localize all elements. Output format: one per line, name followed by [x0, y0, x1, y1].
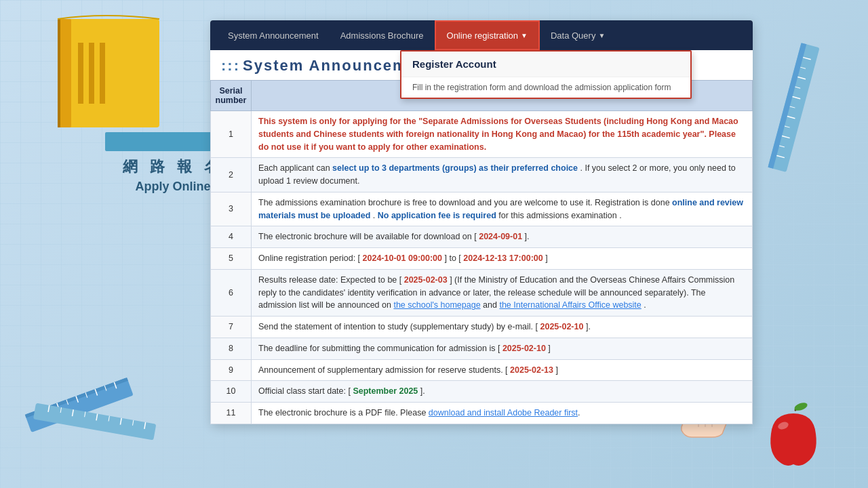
table-cell-content: The deadline for submitting the communic… — [252, 338, 753, 359]
online-registration-dropdown: Register Account Fill in the registratio… — [400, 50, 692, 99]
table-cell-serial: 4 — [211, 226, 252, 248]
page-title-prefix: ::: — [221, 57, 240, 74]
table-cell-content: The admissions examination brochure is f… — [252, 192, 753, 226]
svg-rect-3 — [89, 43, 94, 104]
table-row: 4The electronic brochure will be availab… — [211, 226, 753, 248]
table-cell-serial: 9 — [211, 359, 252, 381]
nav-online-registration[interactable]: Online registration ▼ — [435, 20, 540, 50]
table-row: 11The electronic brochure is a PDF file.… — [211, 403, 753, 424]
svg-rect-0 — [58, 19, 159, 127]
register-account-option[interactable]: Register Account — [401, 52, 690, 77]
table-row: 1This system is only for applying for th… — [211, 111, 753, 158]
table-cell-serial: 1 — [211, 111, 252, 158]
table-row: 2Each applicant can select up to 3 depar… — [211, 158, 753, 192]
svg-rect-5 — [58, 19, 60, 127]
table-cell-content: Each applicant can select up to 3 depart… — [252, 158, 753, 192]
svg-rect-2 — [78, 43, 83, 104]
table-cell-serial: 7 — [211, 317, 252, 338]
table-cell-content: The electronic brochure is a PDF file. P… — [252, 403, 753, 424]
register-account-description: Fill in the registration form and downlo… — [401, 77, 690, 98]
table-cell-serial: 6 — [211, 269, 252, 316]
notebook-decoration — [37, 5, 173, 134]
table-cell-content: Announcement of supplementary admission … — [252, 359, 753, 381]
nav-online-registration-arrow: ▼ — [521, 32, 528, 39]
table-cell-content: This system is only for applying for the… — [252, 111, 753, 158]
navbar: System Announcement Admissions Brochure … — [210, 20, 753, 50]
table-cell-serial: 3 — [211, 192, 252, 226]
table-row: 6Results release date: Expected to be [ … — [211, 269, 753, 316]
table-row: 5Online registration period: [ 2024-10-0… — [211, 248, 753, 270]
table-row: 7Send the statement of intention to stud… — [211, 317, 753, 338]
table-cell-content: Online registration period: [ 2024-10-01… — [252, 248, 753, 270]
pencil-ruler-decoration — [14, 366, 176, 461]
table-row: 9Announcement of supplementary admission… — [211, 359, 753, 381]
announcements-table: Serial number Announcements 1This system… — [210, 80, 753, 424]
table-cell-content: The electronic brochure will be availabl… — [252, 226, 753, 248]
nav-data-query[interactable]: Data Query ▼ — [540, 20, 616, 50]
nav-system-announcement[interactable]: System Announcement — [217, 20, 330, 50]
nav-admissions-brochure[interactable]: Admissions Brochure — [330, 20, 435, 50]
table-row: 3The admissions examination brochure is … — [211, 192, 753, 226]
table-header-serial: Serial number — [211, 81, 252, 111]
table-cell-content: Official class start date: [ September 2… — [252, 381, 753, 403]
table-cell-serial: 10 — [211, 381, 252, 403]
table-cell-content: Results release date: Expected to be [ 2… — [252, 269, 753, 316]
nav-data-query-arrow: ▼ — [598, 32, 605, 39]
table-cell-serial: 11 — [211, 403, 252, 424]
table-row: 10Official class start date: [ September… — [211, 381, 753, 403]
table-cell-serial: 5 — [211, 248, 252, 270]
table-cell-serial: 2 — [211, 158, 252, 192]
table-cell-content: Send the statement of intention to study… — [252, 317, 753, 338]
ruler-right-decoration — [763, 37, 831, 186]
svg-rect-4 — [100, 43, 105, 104]
table-row: 8The deadline for submitting the communi… — [211, 338, 753, 359]
apple-decoration — [763, 400, 824, 471]
table-cell-serial: 8 — [211, 338, 252, 359]
main-panel: System Announcement Admissions Brochure … — [210, 20, 753, 424]
